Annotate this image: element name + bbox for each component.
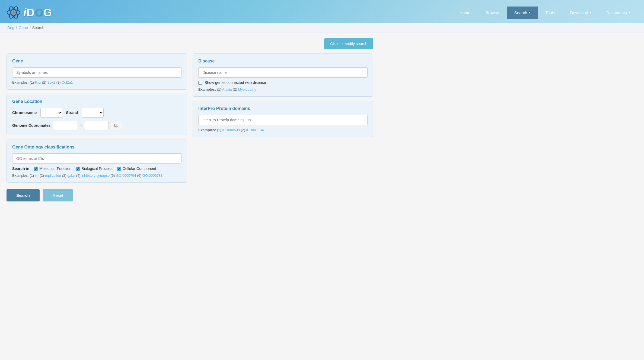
- go-example-go0005783[interactable]: GO:0005783: [142, 173, 162, 178]
- disease-input[interactable]: [198, 67, 368, 78]
- modify-search-button[interactable]: Click to modify search: [324, 38, 373, 49]
- disease-examples: Examples: (1) Ataxia (2) Myelopathy: [198, 87, 368, 91]
- go-example-go0005794[interactable]: GO:0005794: [116, 173, 136, 178]
- header: iDOG Home Browse Search ▾ Tools Download…: [0, 0, 644, 23]
- gene-input[interactable]: [12, 67, 181, 78]
- go-examples: Examples: (1) vir (2) replication (3) ga…: [12, 173, 181, 178]
- breadcrumb-search: Search: [32, 26, 44, 30]
- download-chevron: ▾: [590, 11, 591, 14]
- show-disease-genes-label[interactable]: Show genes connected with disease: [205, 80, 266, 85]
- biological-process-label: Biological Process: [81, 166, 112, 171]
- main-content: Click to modify search Gene Examples: (1…: [0, 33, 380, 207]
- cellular-component-label: Cellular Component: [123, 166, 156, 171]
- strand-select[interactable]: + -: [82, 108, 104, 118]
- header-top: iDOG Home Browse Search ▾ Tools Download…: [0, 3, 644, 23]
- chromosome-select[interactable]: 1 2 X: [40, 108, 62, 118]
- genome-coords-label: Genome Coordinates: [12, 123, 51, 128]
- coords-row: Genome Coordinates ~ bp: [12, 121, 181, 130]
- panels-container: Gene Examples: (1) Pax (2) Sox2 (3) Col2…: [7, 53, 373, 183]
- gene-example-col2a1[interactable]: Col2a1: [62, 80, 73, 84]
- buttons-row: Search Reset: [7, 189, 373, 201]
- breadcrumb: iDog / Gene / Search: [0, 23, 644, 33]
- gene-example-pax[interactable]: Pax: [35, 80, 41, 84]
- strand-label: Strand: [66, 110, 78, 115]
- gene-location-panel: Gene Location Chromosome 1 2 X Strand + …: [7, 94, 187, 135]
- interpro-panel-title: InterPro Protein domains: [198, 106, 368, 111]
- disease-example-myelopathy[interactable]: Myelopathy: [238, 87, 256, 91]
- tilde-symbol: ~: [79, 123, 82, 128]
- location-row: Chromosome 1 2 X Strand + -: [12, 108, 181, 118]
- coord-end-input[interactable]: [84, 121, 109, 130]
- logo-area: iDOG: [7, 5, 52, 20]
- biological-process-checkbox[interactable]: [76, 167, 80, 171]
- search-in-row: Search in Molecular Function Biological …: [12, 166, 181, 171]
- nav-browse[interactable]: Browse: [478, 7, 507, 19]
- modify-btn-row: Click to modify search: [7, 38, 373, 49]
- gene-panel-title: Gene: [12, 59, 181, 64]
- search-chevron: ▾: [529, 11, 530, 14]
- interpro-example-ipr000539[interactable]: IPR000539: [222, 128, 240, 132]
- chromosome-label: Chromosome: [12, 110, 37, 115]
- gene-location-title: Gene Location: [12, 99, 181, 104]
- left-panels: Gene Examples: (1) Pax (2) Sox2 (3) Col2…: [7, 53, 187, 183]
- cellular-component-checkbox-label[interactable]: Cellular Component: [117, 166, 156, 171]
- svg-point-4: [13, 8, 14, 10]
- right-panels: Disease Show genes connected with diseas…: [193, 53, 373, 137]
- gene-ontology-panel: Gene Ontology classifications Search in …: [7, 140, 187, 183]
- documents-chevron: ▾: [629, 11, 630, 14]
- breadcrumb-sep-1: /: [16, 26, 17, 30]
- go-example-gaba[interactable]: gaba: [67, 173, 75, 178]
- svg-point-3: [12, 11, 15, 14]
- interpro-panel: InterPro Protein domains Examples: (1) I…: [193, 101, 373, 137]
- gene-ontology-title: Gene Ontology classifications: [12, 145, 181, 150]
- gene-panel: Gene Examples: (1) Pax (2) Sox2 (3) Col2…: [7, 53, 187, 90]
- nav-home[interactable]: Home: [452, 7, 478, 19]
- search-button[interactable]: Search: [7, 189, 40, 201]
- gene-examples: Examples: (1) Pax (2) Sox2 (3) Col2a1: [12, 80, 181, 84]
- interpro-input[interactable]: [198, 115, 368, 125]
- nav-bar: Home Browse Search ▾ Tools Download ▾ Do…: [452, 7, 637, 19]
- coord-start-input[interactable]: [53, 121, 77, 130]
- logo-text: iDOG: [23, 7, 52, 19]
- go-example-vir[interactable]: vir: [35, 173, 39, 178]
- interpro-example-ipr001134[interactable]: IPR001134: [246, 128, 264, 132]
- disease-panel: Disease Show genes connected with diseas…: [193, 53, 373, 97]
- breadcrumb-gene[interactable]: Gene: [19, 26, 28, 30]
- disease-checkbox-row: Show genes connected with disease: [198, 80, 368, 85]
- molecular-function-label: Molecular Function: [39, 166, 71, 171]
- breadcrumb-idog[interactable]: iDog: [7, 26, 14, 30]
- biological-process-checkbox-label[interactable]: Biological Process: [76, 166, 112, 171]
- cellular-component-checkbox[interactable]: [117, 167, 121, 171]
- gene-example-sox2[interactable]: Sox2: [47, 80, 55, 84]
- disease-panel-title: Disease: [198, 59, 368, 64]
- molecular-function-checkbox[interactable]: [34, 167, 38, 171]
- molecular-function-checkbox-label[interactable]: Molecular Function: [34, 166, 71, 171]
- nav-documents[interactable]: Documents ▾: [599, 7, 637, 19]
- interpro-examples: Examples: (1) IPR000539 (2) IPR001134: [198, 128, 368, 132]
- nav-download[interactable]: Download ▾: [562, 7, 599, 19]
- logo-icon: [7, 5, 21, 20]
- nav-search[interactable]: Search ▾: [507, 7, 538, 19]
- nav-tools[interactable]: Tools: [538, 7, 562, 19]
- go-example-replication[interactable]: replication: [45, 173, 61, 178]
- breadcrumb-sep-2: /: [30, 26, 31, 30]
- go-example-inhibitory-synapse[interactable]: inhibitory synapse: [81, 173, 110, 178]
- search-in-label: Search in: [12, 166, 29, 171]
- reset-button[interactable]: Reset: [43, 189, 73, 201]
- go-input[interactable]: [12, 153, 181, 164]
- bp-label: bp: [111, 121, 122, 130]
- disease-example-ataxia[interactable]: Ataxia: [222, 87, 232, 91]
- show-disease-genes-checkbox[interactable]: [198, 81, 202, 85]
